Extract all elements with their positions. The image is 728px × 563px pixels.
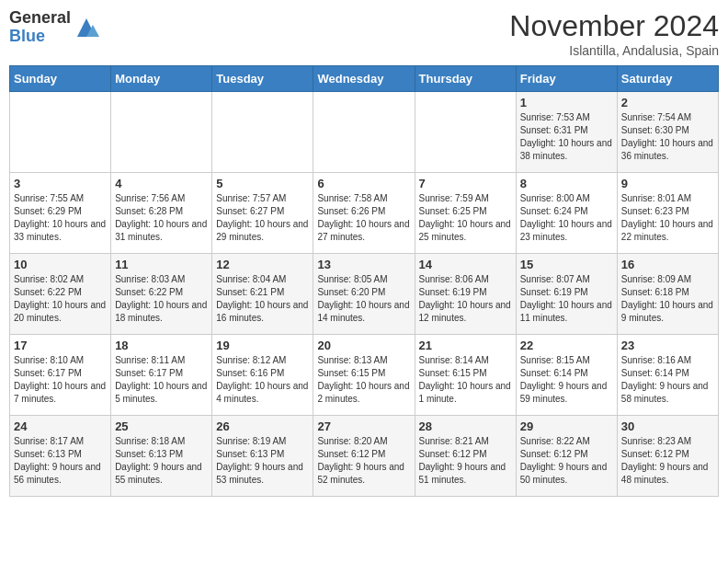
day-number: 29	[520, 419, 613, 433]
day-number: 8	[520, 177, 613, 190]
day-number: 1	[520, 96, 613, 109]
table-row: 7Sunrise: 7:59 AM Sunset: 6:25 PM Daylig…	[415, 173, 516, 254]
day-number: 30	[621, 419, 714, 433]
table-row: 5Sunrise: 7:57 AM Sunset: 6:27 PM Daylig…	[212, 173, 313, 254]
header-sunday: Sunday	[10, 66, 111, 92]
day-info: Sunrise: 8:20 AM Sunset: 6:12 PM Dayligh…	[317, 435, 410, 487]
day-info: Sunrise: 8:13 AM Sunset: 6:15 PM Dayligh…	[317, 354, 410, 406]
calendar-body: 1Sunrise: 7:53 AM Sunset: 6:31 PM Daylig…	[10, 92, 719, 497]
table-row: 11Sunrise: 8:03 AM Sunset: 6:22 PM Dayli…	[111, 254, 212, 335]
top-area: General Blue November 2024 Islantilla, A…	[9, 9, 719, 58]
table-row: 10Sunrise: 8:02 AM Sunset: 6:22 PM Dayli…	[10, 254, 111, 335]
day-number: 25	[115, 419, 208, 433]
day-info: Sunrise: 8:14 AM Sunset: 6:15 PM Dayligh…	[419, 354, 512, 406]
day-number: 11	[115, 258, 208, 271]
day-number: 23	[621, 339, 714, 352]
day-number: 6	[317, 177, 410, 190]
day-number: 28	[419, 419, 512, 433]
day-number: 3	[14, 177, 107, 190]
table-row: 26Sunrise: 8:19 AM Sunset: 6:13 PM Dayli…	[212, 416, 313, 497]
day-info: Sunrise: 8:23 AM Sunset: 6:12 PM Dayligh…	[621, 435, 714, 487]
table-row: 27Sunrise: 8:20 AM Sunset: 6:12 PM Dayli…	[313, 416, 415, 497]
logo-general: General	[9, 9, 71, 28]
day-info: Sunrise: 8:03 AM Sunset: 6:22 PM Dayligh…	[115, 273, 208, 325]
day-info: Sunrise: 8:12 AM Sunset: 6:16 PM Dayligh…	[216, 354, 309, 406]
day-number: 14	[419, 258, 512, 271]
day-info: Sunrise: 8:19 AM Sunset: 6:13 PM Dayligh…	[216, 435, 309, 487]
day-info: Sunrise: 8:07 AM Sunset: 6:19 PM Dayligh…	[520, 273, 613, 325]
day-number: 9	[621, 177, 714, 190]
calendar-header: Sunday Monday Tuesday Wednesday Thursday…	[10, 66, 719, 92]
table-row: 2Sunrise: 7:54 AM Sunset: 6:30 PM Daylig…	[617, 92, 718, 173]
table-row	[212, 92, 313, 173]
table-row	[10, 92, 111, 173]
day-info: Sunrise: 7:56 AM Sunset: 6:28 PM Dayligh…	[115, 192, 208, 244]
table-row: 6Sunrise: 7:58 AM Sunset: 6:26 PM Daylig…	[313, 173, 415, 254]
table-row: 12Sunrise: 8:04 AM Sunset: 6:21 PM Dayli…	[212, 254, 313, 335]
day-number: 26	[216, 419, 309, 433]
day-info: Sunrise: 8:00 AM Sunset: 6:24 PM Dayligh…	[520, 192, 613, 244]
day-info: Sunrise: 7:53 AM Sunset: 6:31 PM Dayligh…	[520, 111, 613, 163]
day-info: Sunrise: 7:57 AM Sunset: 6:27 PM Dayligh…	[216, 192, 309, 244]
table-row: 29Sunrise: 8:22 AM Sunset: 6:12 PM Dayli…	[516, 416, 617, 497]
day-info: Sunrise: 8:22 AM Sunset: 6:12 PM Dayligh…	[520, 435, 613, 487]
table-row: 8Sunrise: 8:00 AM Sunset: 6:24 PM Daylig…	[516, 173, 617, 254]
day-info: Sunrise: 8:06 AM Sunset: 6:19 PM Dayligh…	[419, 273, 512, 325]
calendar-table: Sunday Monday Tuesday Wednesday Thursday…	[9, 65, 719, 497]
day-info: Sunrise: 8:04 AM Sunset: 6:21 PM Dayligh…	[216, 273, 309, 325]
day-info: Sunrise: 7:59 AM Sunset: 6:25 PM Dayligh…	[419, 192, 512, 244]
table-row: 25Sunrise: 8:18 AM Sunset: 6:13 PM Dayli…	[111, 416, 212, 497]
title-area: November 2024 Islantilla, Andalusia, Spa…	[509, 9, 719, 58]
location-title: Islantilla, Andalusia, Spain	[509, 43, 719, 58]
day-number: 20	[317, 339, 410, 352]
day-number: 12	[216, 258, 309, 271]
day-number: 13	[317, 258, 410, 271]
table-row: 9Sunrise: 8:01 AM Sunset: 6:23 PM Daylig…	[617, 173, 718, 254]
table-row: 18Sunrise: 8:11 AM Sunset: 6:17 PM Dayli…	[111, 335, 212, 416]
day-number: 21	[419, 339, 512, 352]
day-info: Sunrise: 8:11 AM Sunset: 6:17 PM Dayligh…	[115, 354, 208, 406]
table-row: 4Sunrise: 7:56 AM Sunset: 6:28 PM Daylig…	[111, 173, 212, 254]
day-info: Sunrise: 8:09 AM Sunset: 6:18 PM Dayligh…	[621, 273, 714, 325]
logo-icon	[73, 14, 100, 41]
table-row: 23Sunrise: 8:16 AM Sunset: 6:14 PM Dayli…	[617, 335, 718, 416]
table-row: 30Sunrise: 8:23 AM Sunset: 6:12 PM Dayli…	[617, 416, 718, 497]
logo-blue: Blue	[9, 28, 71, 46]
logo-text: General Blue	[9, 9, 71, 46]
day-number: 10	[14, 258, 107, 271]
logo-area: General Blue	[9, 9, 100, 46]
day-info: Sunrise: 7:54 AM Sunset: 6:30 PM Dayligh…	[621, 111, 714, 163]
day-info: Sunrise: 8:01 AM Sunset: 6:23 PM Dayligh…	[621, 192, 714, 244]
table-row: 14Sunrise: 8:06 AM Sunset: 6:19 PM Dayli…	[415, 254, 516, 335]
day-number: 4	[115, 177, 208, 190]
day-info: Sunrise: 8:02 AM Sunset: 6:22 PM Dayligh…	[14, 273, 107, 325]
table-row: 16Sunrise: 8:09 AM Sunset: 6:18 PM Dayli…	[617, 254, 718, 335]
table-row: 19Sunrise: 8:12 AM Sunset: 6:16 PM Dayli…	[212, 335, 313, 416]
table-row: 13Sunrise: 8:05 AM Sunset: 6:20 PM Dayli…	[313, 254, 415, 335]
day-number: 24	[14, 419, 107, 433]
day-info: Sunrise: 8:21 AM Sunset: 6:12 PM Dayligh…	[419, 435, 512, 487]
day-info: Sunrise: 8:16 AM Sunset: 6:14 PM Dayligh…	[621, 354, 714, 406]
table-row	[111, 92, 212, 173]
table-row: 21Sunrise: 8:14 AM Sunset: 6:15 PM Dayli…	[415, 335, 516, 416]
header-wednesday: Wednesday	[313, 66, 415, 92]
day-info: Sunrise: 7:58 AM Sunset: 6:26 PM Dayligh…	[317, 192, 410, 244]
table-row: 28Sunrise: 8:21 AM Sunset: 6:12 PM Dayli…	[415, 416, 516, 497]
day-info: Sunrise: 7:55 AM Sunset: 6:29 PM Dayligh…	[14, 192, 107, 244]
day-info: Sunrise: 8:05 AM Sunset: 6:20 PM Dayligh…	[317, 273, 410, 325]
day-number: 17	[14, 339, 107, 352]
table-row: 20Sunrise: 8:13 AM Sunset: 6:15 PM Dayli…	[313, 335, 415, 416]
header-saturday: Saturday	[617, 66, 718, 92]
day-info: Sunrise: 8:15 AM Sunset: 6:14 PM Dayligh…	[520, 354, 613, 406]
table-row: 1Sunrise: 7:53 AM Sunset: 6:31 PM Daylig…	[516, 92, 617, 173]
table-row: 24Sunrise: 8:17 AM Sunset: 6:13 PM Dayli…	[10, 416, 111, 497]
month-title: November 2024	[509, 9, 719, 43]
day-info: Sunrise: 8:18 AM Sunset: 6:13 PM Dayligh…	[115, 435, 208, 487]
day-number: 27	[317, 419, 410, 433]
day-number: 22	[520, 339, 613, 352]
day-number: 19	[216, 339, 309, 352]
day-number: 2	[621, 96, 714, 109]
day-info: Sunrise: 8:10 AM Sunset: 6:17 PM Dayligh…	[14, 354, 107, 406]
day-number: 5	[216, 177, 309, 190]
table-row: 15Sunrise: 8:07 AM Sunset: 6:19 PM Dayli…	[516, 254, 617, 335]
